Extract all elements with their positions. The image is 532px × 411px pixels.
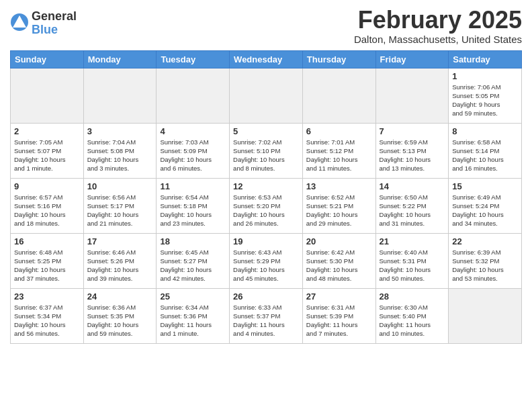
day-number: 26	[233, 291, 299, 302]
day-info: Sunrise: 6:49 AMSunset: 5:24 PMDaylight:…	[452, 193, 518, 228]
col-monday: Monday	[83, 50, 157, 68]
day-number: 13	[306, 181, 372, 191]
calendar-cell: 19Sunrise: 6:43 AMSunset: 5:29 PMDayligh…	[230, 233, 303, 288]
day-number: 23	[14, 291, 80, 302]
day-info: Sunrise: 6:46 AMSunset: 5:26 PMDaylight:…	[87, 248, 153, 283]
calendar-cell: 16Sunrise: 6:48 AMSunset: 5:25 PMDayligh…	[11, 233, 84, 288]
day-info: Sunrise: 6:59 AMSunset: 5:13 PMDaylight:…	[380, 138, 445, 173]
day-number: 25	[160, 291, 226, 302]
calendar-cell: 5Sunrise: 7:02 AMSunset: 5:10 PMDaylight…	[230, 123, 303, 178]
day-info: Sunrise: 6:52 AMSunset: 5:21 PMDaylight:…	[306, 193, 372, 228]
day-number: 5	[233, 126, 299, 136]
day-number: 3	[87, 126, 153, 136]
day-number: 15	[452, 181, 518, 191]
day-info: Sunrise: 7:01 AMSunset: 5:12 PMDaylight:…	[306, 138, 372, 173]
calendar-table: Sunday Monday Tuesday Wednesday Thursday…	[10, 50, 522, 344]
day-info: Sunrise: 6:39 AMSunset: 5:32 PMDaylight:…	[452, 248, 518, 283]
calendar-cell: 25Sunrise: 6:34 AMSunset: 5:36 PMDayligh…	[157, 288, 230, 343]
day-info: Sunrise: 6:33 AMSunset: 5:37 PMDaylight:…	[233, 303, 299, 338]
calendar-cell: 12Sunrise: 6:53 AMSunset: 5:20 PMDayligh…	[230, 178, 303, 233]
calendar-cell: 17Sunrise: 6:46 AMSunset: 5:26 PMDayligh…	[83, 233, 157, 288]
day-number: 16	[14, 236, 80, 246]
day-number: 1	[452, 71, 518, 81]
day-number: 28	[380, 291, 445, 302]
month-title: February 2025	[354, 7, 522, 34]
calendar-cell	[83, 68, 157, 123]
day-info: Sunrise: 7:06 AMSunset: 5:05 PMDaylight:…	[452, 83, 518, 118]
location: Dalton, Massachusetts, United States	[354, 34, 522, 45]
calendar-cell: 24Sunrise: 6:36 AMSunset: 5:35 PMDayligh…	[83, 288, 157, 343]
day-info: Sunrise: 6:56 AMSunset: 5:17 PMDaylight:…	[87, 193, 153, 228]
day-number: 22	[452, 236, 518, 246]
title-block: February 2025 Dalton, Massachusetts, Uni…	[354, 7, 522, 45]
calendar-cell: 13Sunrise: 6:52 AMSunset: 5:21 PMDayligh…	[302, 178, 375, 233]
day-info: Sunrise: 6:43 AMSunset: 5:29 PMDaylight:…	[233, 248, 299, 283]
col-wednesday: Wednesday	[230, 50, 303, 68]
logo-icon	[10, 13, 29, 32]
calendar-cell: 14Sunrise: 6:50 AMSunset: 5:22 PMDayligh…	[375, 178, 449, 233]
day-info: Sunrise: 6:50 AMSunset: 5:22 PMDaylight:…	[380, 193, 445, 228]
page-container: General Blue February 2025 Dalton, Massa…	[0, 0, 532, 347]
logo: General Blue	[10, 10, 77, 37]
day-info: Sunrise: 6:48 AMSunset: 5:25 PMDaylight:…	[14, 248, 80, 283]
calendar-cell	[449, 288, 522, 343]
day-info: Sunrise: 6:53 AMSunset: 5:20 PMDaylight:…	[233, 193, 299, 228]
day-number: 12	[233, 181, 299, 191]
day-info: Sunrise: 6:45 AMSunset: 5:27 PMDaylight:…	[160, 248, 226, 283]
calendar-cell: 11Sunrise: 6:54 AMSunset: 5:18 PMDayligh…	[157, 178, 230, 233]
calendar-cell: 23Sunrise: 6:37 AMSunset: 5:34 PMDayligh…	[11, 288, 84, 343]
day-info: Sunrise: 6:54 AMSunset: 5:18 PMDaylight:…	[160, 193, 226, 228]
day-number: 7	[380, 126, 445, 136]
calendar-cell: 7Sunrise: 6:59 AMSunset: 5:13 PMDaylight…	[375, 123, 449, 178]
calendar-cell: 6Sunrise: 7:01 AMSunset: 5:12 PMDaylight…	[302, 123, 375, 178]
day-number: 17	[87, 236, 153, 246]
day-info: Sunrise: 6:42 AMSunset: 5:30 PMDaylight:…	[306, 248, 372, 283]
day-number: 8	[452, 126, 518, 136]
day-number: 21	[380, 236, 445, 246]
calendar-cell	[157, 68, 230, 123]
calendar-week-5: 23Sunrise: 6:37 AMSunset: 5:34 PMDayligh…	[11, 288, 522, 343]
header: General Blue February 2025 Dalton, Massa…	[10, 7, 522, 45]
calendar-cell: 9Sunrise: 6:57 AMSunset: 5:16 PMDaylight…	[11, 178, 84, 233]
day-number: 20	[306, 236, 372, 246]
col-tuesday: Tuesday	[157, 50, 230, 68]
calendar-week-2: 2Sunrise: 7:05 AMSunset: 5:07 PMDaylight…	[11, 123, 522, 178]
logo-blue-text: Blue	[32, 23, 58, 36]
day-number: 19	[233, 236, 299, 246]
calendar-week-1: 1Sunrise: 7:06 AMSunset: 5:05 PMDaylight…	[11, 68, 522, 123]
day-number: 4	[160, 126, 226, 136]
day-info: Sunrise: 6:31 AMSunset: 5:39 PMDaylight:…	[306, 303, 372, 338]
logo-general-text: General	[32, 9, 77, 23]
calendar-cell	[375, 68, 449, 123]
day-number: 14	[380, 181, 445, 191]
col-saturday: Saturday	[449, 50, 522, 68]
calendar-cell	[302, 68, 375, 123]
day-info: Sunrise: 6:36 AMSunset: 5:35 PMDaylight:…	[87, 303, 153, 338]
calendar-cell: 21Sunrise: 6:40 AMSunset: 5:31 PMDayligh…	[375, 233, 449, 288]
day-info: Sunrise: 7:04 AMSunset: 5:08 PMDaylight:…	[87, 138, 153, 173]
day-number: 24	[87, 291, 153, 302]
calendar-cell: 26Sunrise: 6:33 AMSunset: 5:37 PMDayligh…	[230, 288, 303, 343]
day-number: 2	[14, 126, 80, 136]
calendar-cell: 27Sunrise: 6:31 AMSunset: 5:39 PMDayligh…	[302, 288, 375, 343]
day-number: 11	[160, 181, 226, 191]
calendar-cell	[11, 68, 84, 123]
col-sunday: Sunday	[11, 50, 84, 68]
calendar-cell: 22Sunrise: 6:39 AMSunset: 5:32 PMDayligh…	[449, 233, 522, 288]
day-info: Sunrise: 6:40 AMSunset: 5:31 PMDaylight:…	[380, 248, 445, 283]
calendar-cell	[230, 68, 303, 123]
calendar-week-3: 9Sunrise: 6:57 AMSunset: 5:16 PMDaylight…	[11, 178, 522, 233]
calendar-cell: 8Sunrise: 6:58 AMSunset: 5:14 PMDaylight…	[449, 123, 522, 178]
day-info: Sunrise: 6:57 AMSunset: 5:16 PMDaylight:…	[14, 193, 80, 228]
day-number: 27	[306, 291, 372, 302]
calendar-cell: 1Sunrise: 7:06 AMSunset: 5:05 PMDaylight…	[449, 68, 522, 123]
calendar-cell: 3Sunrise: 7:04 AMSunset: 5:08 PMDaylight…	[83, 123, 157, 178]
day-info: Sunrise: 6:58 AMSunset: 5:14 PMDaylight:…	[452, 138, 518, 173]
day-info: Sunrise: 6:30 AMSunset: 5:40 PMDaylight:…	[380, 303, 445, 338]
day-number: 9	[14, 181, 80, 191]
calendar-cell: 2Sunrise: 7:05 AMSunset: 5:07 PMDaylight…	[11, 123, 84, 178]
day-number: 6	[306, 126, 372, 136]
day-info: Sunrise: 7:02 AMSunset: 5:10 PMDaylight:…	[233, 138, 299, 173]
col-friday: Friday	[375, 50, 449, 68]
day-info: Sunrise: 6:34 AMSunset: 5:36 PMDaylight:…	[160, 303, 226, 338]
